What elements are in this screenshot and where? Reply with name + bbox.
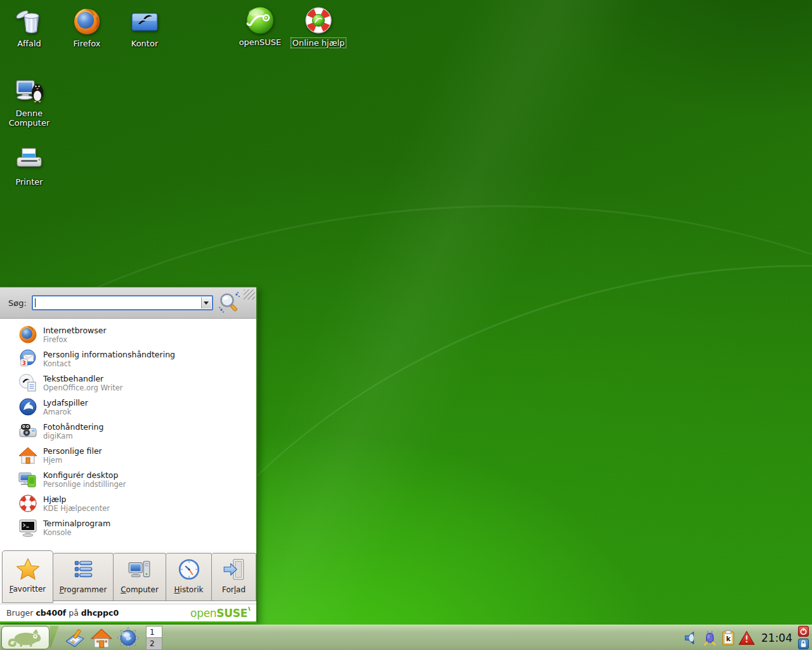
firefox-icon (18, 324, 38, 345)
logout-power-icon[interactable] (798, 626, 809, 637)
resize-grip[interactable] (244, 289, 255, 300)
notes-pencil-icon (63, 627, 86, 649)
tab-programmer[interactable]: Programmer (53, 553, 114, 601)
item-title: Konfigurér desktop (43, 470, 126, 480)
pager-desktop-1[interactable]: 1 (146, 626, 162, 638)
desktop-icon-trash[interactable]: Affald (0, 6, 58, 48)
desktop-icon-online-help[interactable]: Online hjælp (289, 5, 348, 48)
desktop-icon-label: openSUSE (231, 37, 289, 47)
item-subtitle: OpenOffice.org Writer (43, 383, 123, 392)
desktop-icon-label: Firefox (58, 39, 116, 48)
trash-icon (14, 6, 44, 37)
desktop-icon-opensuse[interactable]: openSUSE (231, 5, 289, 47)
session-buttons (798, 626, 809, 649)
opensuse-ball-icon (245, 5, 275, 36)
lock-screen-icon[interactable] (798, 639, 809, 649)
item-title: Terminalprogram (43, 519, 110, 528)
kickoff-launcher-button[interactable] (0, 625, 60, 650)
leave-door-icon (222, 557, 246, 581)
user-host-text: Bruger cb400f på dhcppc0 (6, 608, 119, 618)
kickoff-footer: Bruger cb400f på dhcppc0 openSUSE (0, 604, 256, 621)
printer-icon (14, 145, 44, 175)
kontact-icon: 3 (18, 348, 38, 369)
item-subtitle: Kontact (43, 359, 175, 368)
history-clock-icon (177, 557, 201, 581)
tab-forlad[interactable]: Forlad (212, 553, 256, 601)
warning-triangle-icon[interactable] (738, 630, 755, 646)
pager-desktop-2[interactable]: 2 (146, 638, 162, 650)
kickoff-favorites-list: Internetbrowser Firefox 3 Personlig info… (0, 319, 256, 550)
opensuse-chameleon-icon (3, 627, 48, 648)
item-title: Lydafspiller (43, 398, 88, 408)
oowriter-icon (18, 373, 38, 393)
text-caret (35, 298, 36, 307)
kickoff-menu: Søg: (0, 287, 258, 623)
item-subtitle: Firefox (43, 335, 107, 344)
item-title: Personlige filer (43, 446, 102, 456)
desktop-pager[interactable]: 1 2 (146, 626, 162, 650)
help-lifesaver-icon (18, 493, 38, 514)
svg-text:3: 3 (22, 360, 26, 366)
home-icon (18, 445, 38, 465)
power-plug-icon[interactable] (702, 630, 718, 646)
item-title: Fotohåndtering (43, 422, 103, 432)
tab-favoritter[interactable]: Favoritter (2, 550, 53, 603)
desktop-icon-printer[interactable]: Printer (0, 145, 58, 187)
firefox-icon (72, 6, 102, 37)
kickoff-tab-bar: Favoritter Programmer (0, 550, 256, 604)
computer-icon (128, 557, 152, 581)
item-title: Tekstbehandler (43, 374, 123, 383)
taskbar-clock[interactable]: 21:04 (761, 632, 792, 644)
kickoff-search-bar: Søg: (0, 287, 256, 319)
menu-item-terminal[interactable]: Terminalprogram Konsole (0, 515, 256, 540)
desktop-icon-label: Online hjælp (289, 37, 348, 48)
item-subtitle: Hjem (43, 456, 102, 465)
my-computer-tux-icon (14, 76, 44, 107)
tab-computer[interactable]: Computer (114, 553, 166, 601)
search-label: Søg: (8, 298, 27, 308)
home-icon (90, 627, 113, 649)
desktop-icon-my-computer[interactable]: Denne Computer (0, 76, 58, 128)
menu-item-help[interactable]: Hjælp KDE Hjælpecenter (0, 491, 256, 515)
quicklaunch-home-button[interactable] (90, 627, 113, 649)
item-subtitle: KDE Hjælpecenter (43, 504, 110, 513)
menu-item-wordprocessor[interactable]: Tekstbehandler OpenOffice.org Writer (0, 371, 256, 395)
office-icon (129, 6, 160, 37)
desktop-icon-label: Printer (0, 177, 58, 187)
menu-item-configure-desktop[interactable]: Konfigurér desktop Personlige indstillin… (0, 467, 256, 491)
konqueror-globe-icon (117, 627, 140, 649)
digikam-camera-icon (18, 421, 38, 441)
item-subtitle: Amarok (43, 408, 88, 416)
menu-item-personal-files[interactable]: Personlige filer Hjem (0, 443, 256, 467)
star-icon (16, 557, 40, 581)
app-list-icon (71, 557, 95, 581)
desktop-icon-label: Affald (0, 39, 58, 48)
online-help-lifesaver-icon (303, 5, 334, 36)
desktop-icon-office[interactable]: Kontor (115, 6, 174, 48)
quicklaunch-notes-button[interactable] (63, 627, 86, 649)
menu-item-photomanagement[interactable]: Fotohåndtering digiKam (0, 419, 256, 443)
menu-item-audioplayer[interactable]: Lydafspiller Amarok (0, 395, 256, 419)
taskbar: 1 2 k (0, 625, 812, 650)
system-tray: k (683, 630, 755, 646)
volume-speaker-icon[interactable] (683, 630, 700, 646)
desktop-icon-label: Kontor (115, 39, 174, 48)
search-history-dropdown-button[interactable] (201, 297, 211, 308)
search-input[interactable] (32, 295, 213, 310)
amarok-wolf-icon (18, 397, 38, 417)
menu-item-pim[interactable]: 3 Personlig informationshåndtering Konta… (0, 347, 256, 371)
item-title: Internetbrowser (43, 326, 107, 335)
item-subtitle: Konsole (43, 528, 110, 537)
quicklaunch-browser-button[interactable] (117, 627, 140, 649)
search-magnifier-icon (218, 291, 242, 315)
svg-text:k: k (726, 635, 731, 643)
menu-item-internetbrowser[interactable]: Internetbrowser Firefox (0, 322, 256, 347)
item-subtitle: Personlige indstillinger (43, 480, 126, 489)
desktop-settings-icon (18, 469, 38, 489)
item-subtitle: digiKam (43, 432, 103, 441)
item-title: Hjælp (43, 494, 110, 504)
klipper-clipboard-icon[interactable]: k (720, 630, 737, 646)
desktop-icon-firefox[interactable]: Firefox (58, 6, 116, 48)
konsole-terminal-icon (18, 517, 38, 538)
tab-historik[interactable]: Historik (166, 553, 212, 601)
